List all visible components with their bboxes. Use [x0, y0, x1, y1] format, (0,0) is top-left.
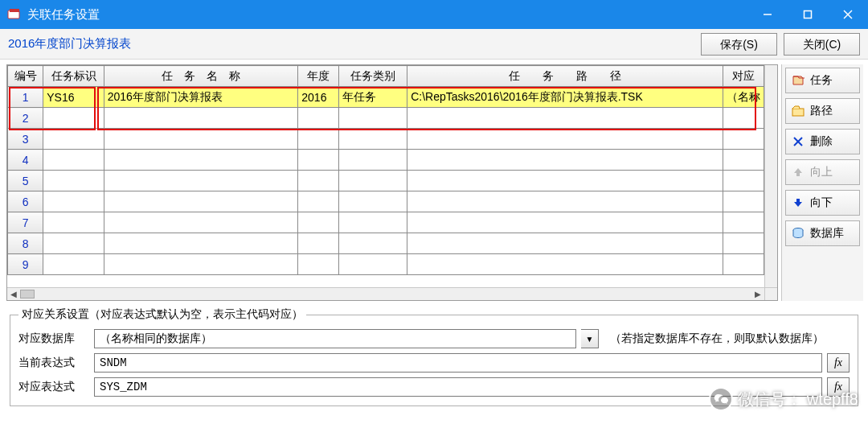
cell-task_path[interactable]: [407, 212, 723, 233]
table-row[interactable]: 7: [8, 212, 764, 233]
cell-mapping[interactable]: [723, 129, 764, 150]
cell-task_name[interactable]: [104, 212, 298, 233]
table-row[interactable]: 4: [8, 150, 764, 171]
cell-mapping[interactable]: [723, 254, 764, 275]
table-row[interactable]: 5: [8, 171, 764, 191]
cell-task_path[interactable]: [407, 254, 723, 275]
cell-task_name[interactable]: [104, 191, 298, 212]
horizontal-scrollbar[interactable]: ◀ ▶: [7, 287, 764, 300]
cell-mapping[interactable]: [723, 108, 764, 129]
cell-mapping[interactable]: [723, 150, 764, 171]
map-expr-input[interactable]: SYS_ZDM: [94, 377, 822, 397]
cell-task_type[interactable]: [338, 150, 407, 171]
cell-year[interactable]: 2016: [298, 87, 338, 108]
cell-task_id[interactable]: [43, 129, 104, 150]
scroll-corner: [764, 287, 777, 300]
window-title: 关联任务设置: [27, 7, 100, 23]
cell-task_id[interactable]: YS16: [43, 87, 104, 108]
path-button[interactable]: 路径: [785, 98, 860, 124]
cell-task_path[interactable]: [407, 150, 723, 171]
cell-task_name[interactable]: [104, 254, 298, 275]
close-window-button[interactable]: [828, 0, 868, 29]
minimize-button[interactable]: [747, 0, 788, 29]
cell-year[interactable]: [298, 254, 338, 275]
cell-task_type[interactable]: [338, 191, 407, 212]
cell-task_path[interactable]: C:\RepTasks2016\2016年度部门决算报表.TSK: [407, 87, 723, 108]
cell-task_id[interactable]: [43, 171, 104, 191]
cell-year[interactable]: [298, 233, 338, 254]
col-header-path[interactable]: 任 务 路 径: [407, 66, 723, 87]
delete-button[interactable]: 删除: [785, 129, 860, 154]
cell-task_type[interactable]: 年任务: [338, 87, 407, 108]
fx-button-current[interactable]: fx: [827, 353, 850, 373]
cell-task_path[interactable]: [407, 108, 723, 129]
cell-task_type[interactable]: [338, 171, 407, 191]
cell-task_name[interactable]: [104, 129, 298, 150]
svg-rect-3: [805, 11, 812, 19]
cell-task_type[interactable]: [338, 129, 407, 150]
cell-mapping[interactable]: （名称: [723, 87, 764, 108]
cell-task_path[interactable]: [407, 191, 723, 212]
cell-task_name[interactable]: [104, 233, 298, 254]
table-row[interactable]: 8: [8, 233, 764, 254]
scroll-thumb[interactable]: [20, 290, 35, 298]
cell-year[interactable]: [298, 212, 338, 233]
cell-task_id[interactable]: [43, 233, 104, 254]
move-up-button[interactable]: 向上: [785, 159, 860, 185]
cell-task_name[interactable]: 2016年度部门决算报表: [104, 87, 298, 108]
col-header-map[interactable]: 对应: [723, 66, 764, 87]
db-combo-arrow[interactable]: ▼: [581, 329, 599, 348]
col-header-num[interactable]: 编号: [8, 66, 43, 87]
task-grid[interactable]: 编号 任务标识 任 务 名 称 年度 任务类别 任 务 路 径 对应 1YS16…: [6, 64, 778, 301]
save-button[interactable]: 保存(S): [701, 33, 777, 56]
fx-button-map[interactable]: fx: [827, 377, 850, 397]
scroll-right-icon[interactable]: ▶: [751, 288, 764, 301]
maximize-button[interactable]: [788, 0, 828, 29]
col-header-type[interactable]: 任务类别: [338, 66, 407, 87]
current-expr-input[interactable]: SNDM: [94, 353, 822, 373]
row-number: 7: [8, 212, 43, 233]
close-button[interactable]: 关闭(C): [784, 33, 860, 56]
row-number: 9: [8, 254, 43, 275]
cell-mapping[interactable]: [723, 233, 764, 254]
cell-task_name[interactable]: [104, 150, 298, 171]
cell-mapping[interactable]: [723, 191, 764, 212]
table-row[interactable]: 3: [8, 129, 764, 150]
cell-year[interactable]: [298, 150, 338, 171]
cell-task_type[interactable]: [338, 254, 407, 275]
task-button[interactable]: 任务: [785, 68, 860, 93]
cell-year[interactable]: [298, 191, 338, 212]
col-header-name[interactable]: 任 务 名 称: [104, 66, 298, 87]
cell-mapping[interactable]: [723, 212, 764, 233]
db-combo[interactable]: （名称相同的数据库）: [94, 329, 576, 348]
cell-year[interactable]: [298, 171, 338, 191]
cell-task_path[interactable]: [407, 129, 723, 150]
arrow-up-icon: [791, 165, 805, 179]
col-header-id[interactable]: 任务标识: [43, 66, 104, 87]
cell-mapping[interactable]: [723, 171, 764, 191]
database-button[interactable]: 数据库: [785, 220, 860, 246]
cell-task_id[interactable]: [43, 108, 104, 129]
table-row[interactable]: 2: [8, 108, 764, 129]
cell-task_path[interactable]: [407, 233, 723, 254]
cell-task_path[interactable]: [407, 171, 723, 191]
col-header-year[interactable]: 年度: [298, 66, 338, 87]
table-row[interactable]: 9: [8, 254, 764, 275]
cell-task_id[interactable]: [43, 254, 104, 275]
cell-task_id[interactable]: [43, 212, 104, 233]
move-down-button[interactable]: 向下: [785, 190, 860, 216]
table-row[interactable]: 6: [8, 191, 764, 212]
cell-task_type[interactable]: [338, 212, 407, 233]
cell-task_id[interactable]: [43, 191, 104, 212]
cell-year[interactable]: [298, 129, 338, 150]
cell-task_type[interactable]: [338, 108, 407, 129]
cell-task_type[interactable]: [338, 233, 407, 254]
vertical-scrollbar[interactable]: [764, 65, 777, 287]
cell-task_name[interactable]: [104, 108, 298, 129]
cell-task_name[interactable]: [104, 171, 298, 191]
scroll-left-icon[interactable]: ◀: [7, 288, 20, 301]
cell-task_id[interactable]: [43, 150, 104, 171]
cell-year[interactable]: [298, 108, 338, 129]
table-row[interactable]: 1YS162016年度部门决算报表2016年任务C:\RepTasks2016\…: [8, 87, 764, 108]
database-button-label: 数据库: [810, 226, 844, 241]
